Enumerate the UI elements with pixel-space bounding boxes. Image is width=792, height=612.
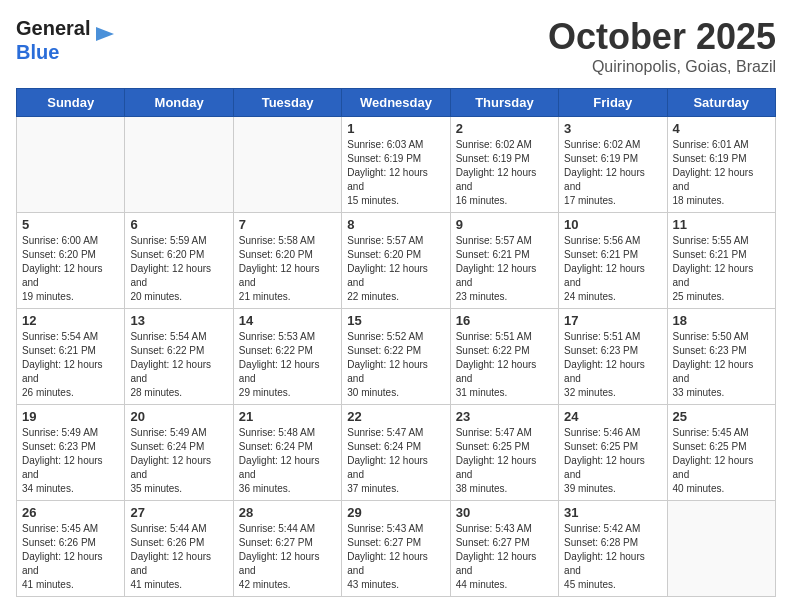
calendar-cell: 12Sunrise: 5:54 AMSunset: 6:21 PMDayligh… — [17, 309, 125, 405]
title-area: October 2025 Quirinopolis, Goias, Brazil — [548, 16, 776, 76]
day-number: 5 — [22, 217, 119, 232]
weekday-header-friday: Friday — [559, 89, 667, 117]
calendar-cell: 15Sunrise: 5:52 AMSunset: 6:22 PMDayligh… — [342, 309, 450, 405]
calendar-cell: 23Sunrise: 5:47 AMSunset: 6:25 PMDayligh… — [450, 405, 558, 501]
day-number: 1 — [347, 121, 444, 136]
day-info: Sunrise: 5:50 AMSunset: 6:23 PMDaylight:… — [673, 330, 770, 400]
day-info: Sunrise: 6:02 AMSunset: 6:19 PMDaylight:… — [456, 138, 553, 208]
calendar-week-1: 1Sunrise: 6:03 AMSunset: 6:19 PMDaylight… — [17, 117, 776, 213]
calendar-week-5: 26Sunrise: 5:45 AMSunset: 6:26 PMDayligh… — [17, 501, 776, 597]
day-number: 14 — [239, 313, 336, 328]
weekday-header-thursday: Thursday — [450, 89, 558, 117]
logo-text: General Blue — [16, 16, 90, 64]
calendar-cell: 26Sunrise: 5:45 AMSunset: 6:26 PMDayligh… — [17, 501, 125, 597]
calendar-cell: 4Sunrise: 6:01 AMSunset: 6:19 PMDaylight… — [667, 117, 775, 213]
calendar-cell — [667, 501, 775, 597]
day-number: 17 — [564, 313, 661, 328]
day-info: Sunrise: 5:47 AMSunset: 6:25 PMDaylight:… — [456, 426, 553, 496]
day-number: 28 — [239, 505, 336, 520]
calendar-cell: 13Sunrise: 5:54 AMSunset: 6:22 PMDayligh… — [125, 309, 233, 405]
day-info: Sunrise: 5:52 AMSunset: 6:22 PMDaylight:… — [347, 330, 444, 400]
day-number: 15 — [347, 313, 444, 328]
calendar-table: SundayMondayTuesdayWednesdayThursdayFrid… — [16, 88, 776, 597]
calendar-cell: 20Sunrise: 5:49 AMSunset: 6:24 PMDayligh… — [125, 405, 233, 501]
day-info: Sunrise: 5:59 AMSunset: 6:20 PMDaylight:… — [130, 234, 227, 304]
day-info: Sunrise: 5:56 AMSunset: 6:21 PMDaylight:… — [564, 234, 661, 304]
calendar-cell: 27Sunrise: 5:44 AMSunset: 6:26 PMDayligh… — [125, 501, 233, 597]
calendar-cell: 10Sunrise: 5:56 AMSunset: 6:21 PMDayligh… — [559, 213, 667, 309]
weekday-header-sunday: Sunday — [17, 89, 125, 117]
weekday-header-monday: Monday — [125, 89, 233, 117]
day-number: 10 — [564, 217, 661, 232]
day-info: Sunrise: 5:42 AMSunset: 6:28 PMDaylight:… — [564, 522, 661, 592]
day-info: Sunrise: 6:00 AMSunset: 6:20 PMDaylight:… — [22, 234, 119, 304]
calendar-cell: 29Sunrise: 5:43 AMSunset: 6:27 PMDayligh… — [342, 501, 450, 597]
day-number: 23 — [456, 409, 553, 424]
calendar-cell: 19Sunrise: 5:49 AMSunset: 6:23 PMDayligh… — [17, 405, 125, 501]
calendar-cell: 14Sunrise: 5:53 AMSunset: 6:22 PMDayligh… — [233, 309, 341, 405]
day-number: 6 — [130, 217, 227, 232]
header: General Blue October 2025 Quirinopolis, … — [16, 16, 776, 76]
logo: General Blue — [16, 16, 116, 64]
calendar-cell: 30Sunrise: 5:43 AMSunset: 6:27 PMDayligh… — [450, 501, 558, 597]
day-info: Sunrise: 5:44 AMSunset: 6:27 PMDaylight:… — [239, 522, 336, 592]
day-info: Sunrise: 5:51 AMSunset: 6:22 PMDaylight:… — [456, 330, 553, 400]
day-info: Sunrise: 5:49 AMSunset: 6:24 PMDaylight:… — [130, 426, 227, 496]
calendar-cell: 24Sunrise: 5:46 AMSunset: 6:25 PMDayligh… — [559, 405, 667, 501]
day-info: Sunrise: 5:53 AMSunset: 6:22 PMDaylight:… — [239, 330, 336, 400]
day-info: Sunrise: 5:58 AMSunset: 6:20 PMDaylight:… — [239, 234, 336, 304]
day-number: 7 — [239, 217, 336, 232]
day-number: 16 — [456, 313, 553, 328]
day-info: Sunrise: 6:01 AMSunset: 6:19 PMDaylight:… — [673, 138, 770, 208]
calendar-cell: 17Sunrise: 5:51 AMSunset: 6:23 PMDayligh… — [559, 309, 667, 405]
day-info: Sunrise: 5:51 AMSunset: 6:23 PMDaylight:… — [564, 330, 661, 400]
logo-line1: General — [16, 16, 90, 40]
day-number: 2 — [456, 121, 553, 136]
calendar-week-3: 12Sunrise: 5:54 AMSunset: 6:21 PMDayligh… — [17, 309, 776, 405]
page-subtitle: Quirinopolis, Goias, Brazil — [548, 58, 776, 76]
calendar-cell: 7Sunrise: 5:58 AMSunset: 6:20 PMDaylight… — [233, 213, 341, 309]
day-number: 4 — [673, 121, 770, 136]
day-number: 8 — [347, 217, 444, 232]
day-info: Sunrise: 5:49 AMSunset: 6:23 PMDaylight:… — [22, 426, 119, 496]
day-number: 27 — [130, 505, 227, 520]
day-info: Sunrise: 5:54 AMSunset: 6:21 PMDaylight:… — [22, 330, 119, 400]
calendar-cell: 1Sunrise: 6:03 AMSunset: 6:19 PMDaylight… — [342, 117, 450, 213]
day-number: 22 — [347, 409, 444, 424]
calendar-week-2: 5Sunrise: 6:00 AMSunset: 6:20 PMDaylight… — [17, 213, 776, 309]
day-info: Sunrise: 5:57 AMSunset: 6:21 PMDaylight:… — [456, 234, 553, 304]
weekday-header-tuesday: Tuesday — [233, 89, 341, 117]
page-title: October 2025 — [548, 16, 776, 58]
day-number: 9 — [456, 217, 553, 232]
day-info: Sunrise: 5:45 AMSunset: 6:25 PMDaylight:… — [673, 426, 770, 496]
day-number: 26 — [22, 505, 119, 520]
calendar-cell: 8Sunrise: 5:57 AMSunset: 6:20 PMDaylight… — [342, 213, 450, 309]
day-info: Sunrise: 6:03 AMSunset: 6:19 PMDaylight:… — [347, 138, 444, 208]
calendar-cell: 25Sunrise: 5:45 AMSunset: 6:25 PMDayligh… — [667, 405, 775, 501]
calendar-cell — [17, 117, 125, 213]
day-info: Sunrise: 5:43 AMSunset: 6:27 PMDaylight:… — [456, 522, 553, 592]
day-number: 25 — [673, 409, 770, 424]
day-info: Sunrise: 5:47 AMSunset: 6:24 PMDaylight:… — [347, 426, 444, 496]
calendar-cell: 11Sunrise: 5:55 AMSunset: 6:21 PMDayligh… — [667, 213, 775, 309]
day-info: Sunrise: 5:43 AMSunset: 6:27 PMDaylight:… — [347, 522, 444, 592]
calendar-cell: 22Sunrise: 5:47 AMSunset: 6:24 PMDayligh… — [342, 405, 450, 501]
day-number: 21 — [239, 409, 336, 424]
day-info: Sunrise: 5:48 AMSunset: 6:24 PMDaylight:… — [239, 426, 336, 496]
day-number: 19 — [22, 409, 119, 424]
day-info: Sunrise: 5:55 AMSunset: 6:21 PMDaylight:… — [673, 234, 770, 304]
calendar-cell: 18Sunrise: 5:50 AMSunset: 6:23 PMDayligh… — [667, 309, 775, 405]
weekday-header-wednesday: Wednesday — [342, 89, 450, 117]
calendar-cell — [125, 117, 233, 213]
calendar-cell: 5Sunrise: 6:00 AMSunset: 6:20 PMDaylight… — [17, 213, 125, 309]
day-info: Sunrise: 5:44 AMSunset: 6:26 PMDaylight:… — [130, 522, 227, 592]
logo-arrow-icon — [94, 23, 116, 49]
day-number: 18 — [673, 313, 770, 328]
day-number: 13 — [130, 313, 227, 328]
day-info: Sunrise: 5:46 AMSunset: 6:25 PMDaylight:… — [564, 426, 661, 496]
day-info: Sunrise: 6:02 AMSunset: 6:19 PMDaylight:… — [564, 138, 661, 208]
calendar-cell: 21Sunrise: 5:48 AMSunset: 6:24 PMDayligh… — [233, 405, 341, 501]
calendar-cell: 9Sunrise: 5:57 AMSunset: 6:21 PMDaylight… — [450, 213, 558, 309]
day-info: Sunrise: 5:57 AMSunset: 6:20 PMDaylight:… — [347, 234, 444, 304]
calendar-cell: 2Sunrise: 6:02 AMSunset: 6:19 PMDaylight… — [450, 117, 558, 213]
